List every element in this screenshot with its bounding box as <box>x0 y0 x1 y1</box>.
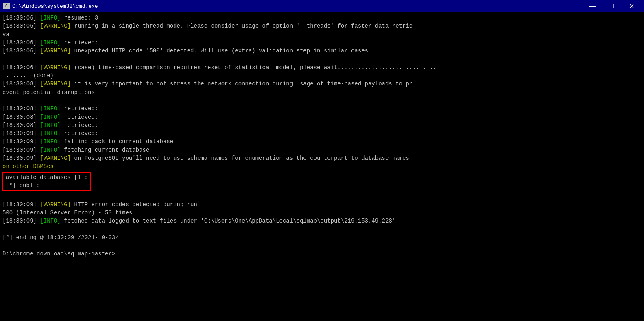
log-line: val <box>2 31 642 39</box>
titlebar-controls: — □ ✕ <box>583 0 641 12</box>
log-line: [18:30:06] [WARNING] unexpected HTTP cod… <box>2 47 642 55</box>
log-line: [18:30:09] [INFO] falling back to curren… <box>2 138 642 146</box>
log-line: [18:30:06] [WARNING] running in a single… <box>2 22 642 30</box>
available-databases-line: available databases [1]: <box>6 173 88 181</box>
titlebar-left: C C:\Windows\system32\cmd.exe <box>3 3 98 9</box>
log-line: [18:30:06] [INFO] retrieved: <box>2 39 642 47</box>
ending-line: [*] ending @ 18:30:09 /2021-10-03/ <box>2 234 642 242</box>
empty-line <box>2 55 642 63</box>
command-prompt: D:\chrome download\sqlmap-master> <box>2 250 642 258</box>
log-line: [18:30:06] [WARNING] (case) time-based c… <box>2 63 642 72</box>
available-databases-box: available databases [1]: [*] public <box>2 172 91 192</box>
window-title: C:\Windows\system32\cmd.exe <box>12 3 98 9</box>
log-line: [18:30:09] [WARNING] HTTP error codes de… <box>2 201 642 209</box>
log-line: [18:30:08] [INFO] retrieved: <box>2 121 642 129</box>
log-line: [18:30:09] [WARNING] on PostgreSQL you'l… <box>2 154 642 162</box>
terminal-output: [18:30:06] [INFO] resumed: 3 [18:30:06] … <box>0 12 644 321</box>
maximize-button[interactable]: □ <box>603 0 621 12</box>
log-line: [18:30:09] [INFO] retrieved: <box>2 129 642 138</box>
titlebar: C C:\Windows\system32\cmd.exe — □ ✕ <box>0 0 644 12</box>
log-line: event potential disruptions <box>2 88 642 96</box>
log-line: [18:30:06] [INFO] resumed: 3 <box>2 14 642 22</box>
empty-line <box>2 242 642 250</box>
log-line: 500 (Internal Server Error) - 50 times <box>2 209 642 217</box>
empty-line <box>2 96 642 105</box>
log-line: [18:30:09] [INFO] fetched data logged to… <box>2 217 642 225</box>
log-line: on other DBMSes <box>2 162 642 170</box>
public-database-line: [*] public <box>6 181 88 190</box>
log-line: [18:30:08] [INFO] retrieved: <box>2 113 642 121</box>
close-button[interactable]: ✕ <box>622 0 641 12</box>
minimize-button[interactable]: — <box>583 0 602 12</box>
log-line: [18:30:08] [INFO] retrieved: <box>2 105 642 113</box>
empty-line <box>2 225 642 233</box>
cmd-window: C C:\Windows\system32\cmd.exe — □ ✕ [18:… <box>0 0 644 321</box>
log-line: [18:30:08] [WARNING] it is very importan… <box>2 80 642 88</box>
empty-line <box>2 192 642 200</box>
log-line: [18:30:09] [INFO] fetching current datab… <box>2 146 642 154</box>
cmd-icon: C <box>3 3 10 9</box>
log-line: ....... (done) <box>2 72 642 80</box>
